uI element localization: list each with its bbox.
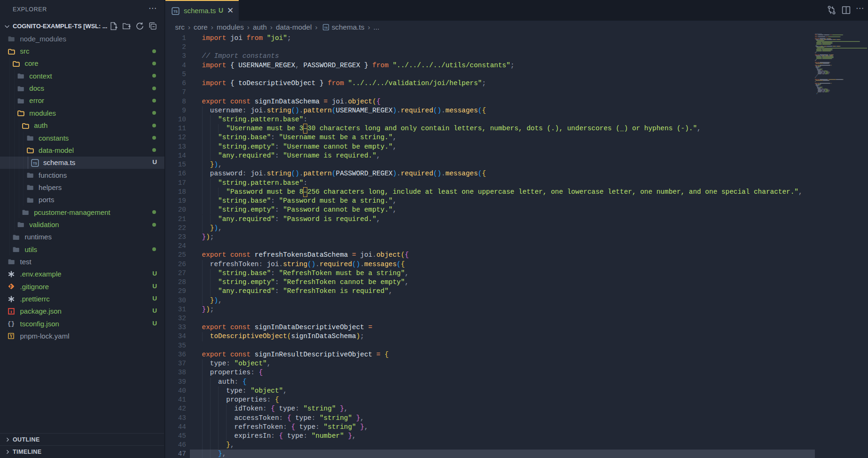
svg-text:TS: TS bbox=[324, 26, 328, 29]
svg-text:TS: TS bbox=[32, 161, 37, 165]
svg-text:TS: TS bbox=[173, 9, 178, 14]
svg-text:{}: {} bbox=[8, 321, 15, 327]
svg-text:Y: Y bbox=[9, 334, 13, 339]
